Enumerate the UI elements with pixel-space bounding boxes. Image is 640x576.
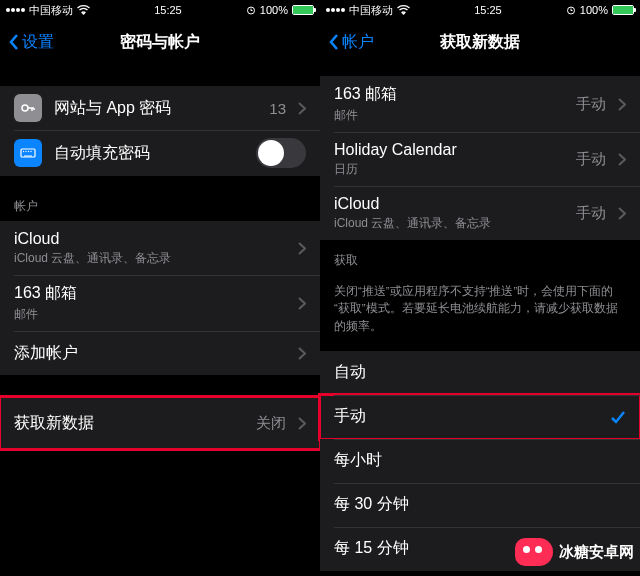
- wifi-icon: [77, 5, 90, 15]
- battery-icon: [612, 5, 634, 15]
- watermark: 冰糖安卓网: [515, 538, 634, 566]
- battery-pct: 100%: [580, 4, 608, 16]
- accounts-header: 帐户: [0, 198, 320, 221]
- row-value: 手动: [576, 150, 606, 169]
- svg-point-3: [23, 151, 24, 152]
- keyboard-icon: [14, 139, 42, 167]
- back-label: 设置: [22, 32, 54, 53]
- row-value: 手动: [576, 204, 606, 223]
- row-sub: 日历: [334, 161, 564, 178]
- row-option-manual[interactable]: 手动: [320, 395, 640, 439]
- row-label: 获取新数据: [14, 413, 244, 434]
- row-account-icloud[interactable]: iCloud iCloud 云盘、通讯录、备忘录: [0, 221, 320, 275]
- chevron-right-icon: [618, 207, 626, 220]
- row-sub: 邮件: [334, 107, 564, 124]
- back-button[interactable]: 帐户: [328, 32, 374, 53]
- chevron-right-icon: [298, 102, 306, 115]
- nav-bar: 设置 密码与帐户: [0, 20, 320, 64]
- row-sub: iCloud 云盘、通讯录、备忘录: [334, 215, 564, 232]
- status-bar: 中国移动 15:25 100%: [0, 0, 320, 20]
- row-label: 163 邮箱: [334, 84, 564, 105]
- watermark-text: 冰糖安卓网: [559, 543, 634, 562]
- row-label: 自动: [334, 362, 626, 383]
- row-autofill-passwords[interactable]: 自动填充密码: [0, 130, 320, 176]
- row-label: 网站与 App 密码: [54, 98, 257, 119]
- row-value: 手动: [576, 95, 606, 114]
- nav-bar: 帐户 获取新数据: [320, 20, 640, 64]
- row-option-30min[interactable]: 每 30 分钟: [320, 483, 640, 527]
- fetch-footer: 关闭“推送”或应用程序不支持“推送”时，会使用下面的“获取”模式。若要延长电池续…: [320, 275, 640, 335]
- row-label: 163 邮箱: [14, 283, 286, 304]
- chevron-right-icon: [618, 153, 626, 166]
- screen-passwords-accounts: 中国移动 15:25 100% 设置 密码与帐户 网站与 App 密码 13: [0, 0, 320, 576]
- row-label: iCloud: [334, 195, 564, 213]
- row-value: 13: [269, 100, 286, 117]
- status-bar: 中国移动 15:25 100%: [320, 0, 640, 20]
- battery-icon: [292, 5, 314, 15]
- battery-pct: 100%: [260, 4, 288, 16]
- row-sub: iCloud 云盘、通讯录、备忘录: [14, 250, 286, 267]
- chevron-right-icon: [298, 297, 306, 310]
- chevron-right-icon: [298, 347, 306, 360]
- row-option-auto[interactable]: 自动: [320, 351, 640, 395]
- svg-point-4: [25, 151, 26, 152]
- back-button[interactable]: 设置: [8, 32, 54, 53]
- chevron-right-icon: [298, 242, 306, 255]
- checkmark-icon: [610, 409, 626, 425]
- svg-point-1: [22, 105, 28, 111]
- carrier-label: 中国移动: [29, 3, 73, 18]
- row-fetch-new-data[interactable]: 获取新数据 关闭: [0, 397, 320, 449]
- signal-icon: [326, 8, 345, 12]
- row-account-icloud[interactable]: iCloud iCloud 云盘、通讯录、备忘录 手动: [320, 186, 640, 240]
- back-chevron-icon: [328, 33, 340, 51]
- chevron-right-icon: [618, 98, 626, 111]
- autofill-toggle[interactable]: [256, 138, 306, 168]
- svg-point-5: [28, 151, 29, 152]
- status-time: 15:25: [154, 4, 182, 16]
- row-account-163[interactable]: 163 邮箱 邮件 手动: [320, 76, 640, 132]
- chevron-right-icon: [298, 417, 306, 430]
- back-chevron-icon: [8, 33, 20, 51]
- back-label: 帐户: [342, 32, 374, 53]
- row-label: 自动填充密码: [54, 143, 244, 164]
- svg-point-6: [30, 151, 31, 152]
- wifi-icon: [397, 5, 410, 15]
- row-sub: 邮件: [14, 306, 286, 323]
- row-label: 每小时: [334, 450, 626, 471]
- watermark-logo-icon: [515, 538, 553, 566]
- row-account-163[interactable]: 163 邮箱 邮件: [0, 275, 320, 331]
- row-label: 手动: [334, 406, 598, 427]
- alarm-icon: [246, 5, 256, 15]
- row-label: Holiday Calendar: [334, 141, 564, 159]
- status-time: 15:25: [474, 4, 502, 16]
- row-account-holiday-calendar[interactable]: Holiday Calendar 日历 手动: [320, 132, 640, 186]
- key-icon: [14, 94, 42, 122]
- row-label: 添加帐户: [14, 343, 286, 364]
- carrier-label: 中国移动: [349, 3, 393, 18]
- row-label: 每 30 分钟: [334, 494, 626, 515]
- alarm-icon: [566, 5, 576, 15]
- row-add-account[interactable]: 添加帐户: [0, 331, 320, 375]
- signal-icon: [6, 8, 25, 12]
- row-option-hourly[interactable]: 每小时: [320, 439, 640, 483]
- row-label: iCloud: [14, 230, 286, 248]
- row-web-app-passwords[interactable]: 网站与 App 密码 13: [0, 86, 320, 130]
- fetch-header: 获取: [320, 252, 640, 275]
- row-value: 关闭: [256, 414, 286, 433]
- screen-fetch-new-data: 中国移动 15:25 100% 帐户 获取新数据 163 邮箱 邮件 手动 Ho: [320, 0, 640, 576]
